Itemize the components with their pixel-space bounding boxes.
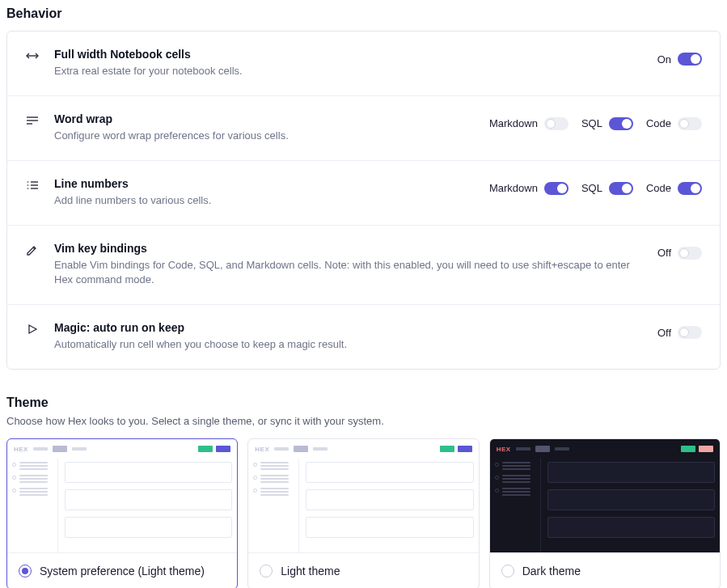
linenumbers-title: Line numbers [54,177,475,190]
behavior-title: Behavior [6,6,721,21]
theme-preview-light: HEX [248,439,478,552]
theme-radio-light[interactable] [260,565,273,577]
svg-point-5 [27,184,29,186]
fullwidth-desc: Extra real estate for your notebook cell… [54,64,643,79]
magic-state-label: Off [657,327,671,339]
theme-radio-dark[interactable] [501,565,514,577]
theme-desc: Choose how Hex looks to you. Select a si… [6,415,721,427]
linenumbers-code-label: Code [646,182,671,194]
wordwrap-sql-label: SQL [581,117,602,129]
linenumbers-code-toggle[interactable] [678,182,702,195]
theme-preview-system: HEX [7,439,237,552]
wordwrap-markdown-toggle[interactable] [544,117,568,130]
svg-point-4 [27,181,29,183]
linenumbers-sql-toggle[interactable] [609,182,633,195]
wordwrap-code-toggle[interactable] [678,117,702,130]
behavior-section: Behavior Full width Notebook cells Extra… [6,6,721,370]
vim-desc: Enable Vim bindings for Code, SQL, and M… [54,258,643,289]
svg-marker-11 [29,325,36,333]
wordwrap-desc: Configure word wrap preferences for vari… [54,129,475,144]
magic-desc: Automatically run cell when you choose t… [54,337,643,353]
theme-option-light[interactable]: HEX Light theme [247,438,479,588]
magic-toggle[interactable] [678,326,702,339]
row-magic: Magic: auto run on keep Automatically ru… [7,304,720,369]
fullwidth-toggle[interactable] [678,53,702,66]
theme-option-system[interactable]: HEX System preference (L [6,438,238,588]
theme-label-dark: Dark theme [522,565,581,577]
wordwrap-markdown-label: Markdown [489,117,538,129]
linenumbers-sql-label: SQL [581,182,602,194]
vim-state-label: Off [657,247,671,259]
row-vim: Vim key bindings Enable Vim bindings for… [7,225,720,305]
theme-preview-dark: HEX [490,439,720,552]
wordwrap-code-label: Code [646,117,671,129]
row-linenumbers: Line numbers Add line numbers to various… [7,160,720,225]
theme-option-dark[interactable]: HEX Dark theme [489,438,721,588]
behavior-card: Full width Notebook cells Extra real est… [6,31,721,370]
fullwidth-state-label: On [657,53,671,66]
theme-section: Theme Choose how Hex looks to you. Selec… [6,396,721,588]
fullwidth-title: Full width Notebook cells [54,48,643,61]
edit-icon [25,242,40,256]
theme-title: Theme [6,396,721,410]
row-fullwidth: Full width Notebook cells Extra real est… [7,32,720,95]
vim-toggle[interactable] [678,247,702,260]
theme-label-light: Light theme [281,565,340,577]
linenumbers-markdown-label: Markdown [489,182,538,194]
linenumbers-markdown-toggle[interactable] [544,182,568,195]
wordwrap-sql-toggle[interactable] [609,117,633,130]
wrap-icon [25,112,40,127]
svg-point-6 [27,188,29,189]
row-wordwrap: Word wrap Configure word wrap preference… [7,95,720,160]
resize-horizontal-icon [25,48,40,62]
theme-radio-system[interactable] [19,565,32,577]
vim-title: Vim key bindings [54,242,643,255]
wordwrap-title: Word wrap [54,112,475,125]
list-numbered-icon [25,177,40,192]
theme-label-system: System preference (Light theme) [40,565,205,577]
magic-title: Magic: auto run on keep [54,321,643,334]
linenumbers-desc: Add line numbers to various cells. [54,193,475,209]
theme-options: HEX System preference (L [6,438,721,588]
play-icon [25,321,40,336]
